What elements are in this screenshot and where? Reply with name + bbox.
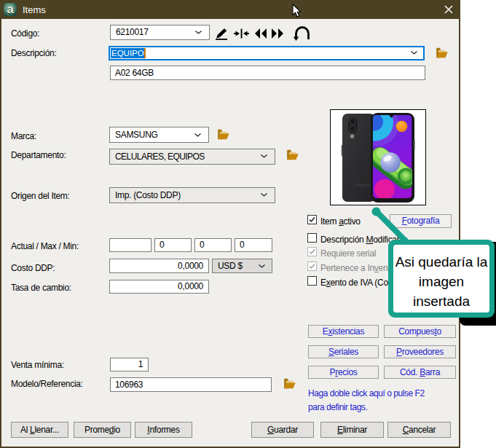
svg-text:Asi quedaría la: Asi quedaría la [395, 254, 488, 270]
svg-text:insertada: insertada [413, 294, 471, 309]
svg-text:imagen: imagen [419, 274, 464, 289]
